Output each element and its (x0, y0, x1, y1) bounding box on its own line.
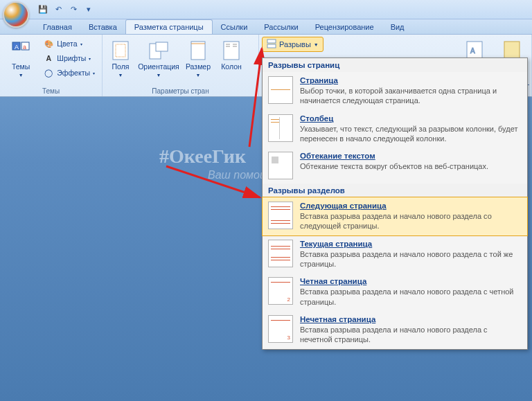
fonts-button[interactable]: AШрифты▾ (40, 51, 98, 65)
save-icon[interactable]: 💾 (37, 4, 48, 15)
orientation-button[interactable]: Ориентация ▼ (137, 37, 180, 94)
even-page-section-item[interactable]: 2 Четная страницаВставка разрыва раздела… (263, 273, 527, 311)
text-wrap-desc: Обтекание текста вокруг объектов на веб-… (300, 161, 522, 171)
effects-label: Эффекты (57, 69, 90, 77)
fonts-icon: A (43, 53, 54, 64)
continuous-title: Текущая страница (300, 240, 522, 248)
page-setup-group: Поля ▼ Ориентация ▼ Размер ▼ Колон Парам… (103, 35, 259, 96)
themes-group: Aa Темы ▼ 🎨Цвета▾ AШрифты▾ ◯Эффекты▾ Тем… (0, 35, 103, 96)
page-break-item[interactable]: СтраницаВыбор точки, в которой заканчива… (263, 72, 527, 110)
even-page-title: Четная страница (300, 277, 522, 285)
watermark-text: #ОкееГик (159, 145, 246, 168)
tab-view[interactable]: Вид (382, 20, 413, 34)
breaks-button[interactable]: Разрывы ▼ (262, 37, 323, 52)
svg-text:A: A (15, 44, 19, 51)
svg-rect-19 (267, 44, 276, 48)
page-setup-group-title: Параметры стран (103, 87, 258, 95)
svg-rect-8 (191, 42, 205, 60)
page-breaks-header: Разрывы страниц (263, 58, 527, 72)
colors-icon: 🎨 (43, 38, 54, 49)
margins-label: Поля (112, 63, 130, 71)
column-break-icon (268, 114, 293, 142)
odd-page-title: Нечетная страница (300, 315, 522, 323)
section-breaks-header: Разрывы разделов (263, 184, 527, 197)
column-break-desc: Указывает, что текст, следующий за разры… (300, 124, 522, 144)
page-break-desc: Выбор точки, в которой заканчивается одн… (300, 86, 522, 106)
undo-icon[interactable]: ↶ (53, 4, 64, 15)
ribbon-tabs: Главная Вставка Разметка страницы Ссылки… (0, 19, 532, 35)
tab-mailings[interactable]: Рассылки (256, 20, 306, 34)
effects-icon: ◯ (43, 67, 54, 78)
next-page-desc: Вставка разрыва раздела и начало нового … (300, 211, 522, 231)
odd-page-desc: Вставка разрыва раздела и начало нового … (300, 325, 522, 345)
tab-insert[interactable]: Вставка (80, 20, 125, 34)
svg-rect-18 (267, 39, 276, 43)
redo-icon[interactable]: ↷ (68, 4, 79, 15)
page-break-icon (268, 76, 293, 104)
margins-icon (109, 39, 132, 62)
next-page-section-item[interactable]: Следующая страницаВставка разрыва раздел… (262, 197, 528, 236)
margins-button[interactable]: Поля ▼ (107, 37, 134, 94)
colors-button[interactable]: 🎨Цвета▾ (40, 37, 98, 51)
qat-customize-icon[interactable]: ▾ (83, 4, 94, 15)
chevron-down-icon: ▾ (89, 56, 91, 61)
colors-label: Цвета (57, 39, 77, 48)
columns-icon (220, 39, 242, 62)
chevron-down-icon: ▾ (93, 71, 95, 75)
themes-group-title: Темы (0, 87, 102, 95)
next-page-icon (268, 202, 293, 229)
tab-references[interactable]: Ссылки (213, 20, 256, 34)
svg-text:A: A (470, 47, 475, 55)
themes-label: Темы (12, 63, 30, 71)
chevron-down-icon: ▼ (19, 73, 24, 78)
columns-button[interactable]: Колон (216, 37, 247, 94)
themes-button[interactable]: Aa Темы ▼ (4, 37, 37, 94)
effects-button[interactable]: ◯Эффекты▾ (40, 66, 98, 80)
text-wrap-title: Обтекание текстом (300, 152, 522, 160)
column-break-title: Столбец (300, 114, 522, 123)
size-label: Размер (186, 63, 211, 71)
breaks-icon (267, 39, 276, 50)
fonts-label: Шрифты (57, 54, 86, 62)
next-page-title: Следующая страница (300, 202, 522, 210)
quick-access-toolbar: 💾 ↶ ↷ ▾ (37, 4, 94, 15)
text-wrap-break-item[interactable]: Обтекание текстомОбтекание текста вокруг… (263, 148, 527, 184)
even-page-icon: 2 (268, 277, 293, 305)
breaks-dropdown: Разрывы страниц СтраницаВыбор точки, в к… (262, 57, 528, 350)
continuous-icon (268, 240, 293, 267)
svg-rect-7 (156, 42, 168, 51)
page-break-title: Страница (300, 76, 522, 84)
chevron-down-icon: ▼ (118, 73, 123, 78)
text-wrap-icon (268, 152, 293, 179)
size-button[interactable]: Размер ▼ (183, 37, 213, 94)
odd-page-section-item[interactable]: 3 Нечетная страницаВставка разрыва разде… (263, 311, 527, 349)
chevron-down-icon: ▾ (80, 42, 82, 46)
svg-text:a: a (23, 44, 26, 51)
chevron-down-icon: ▼ (157, 73, 161, 78)
tab-page-layout[interactable]: Разметка страницы (125, 19, 213, 34)
continuous-section-item[interactable]: Текущая страницаВставка разрыва раздела … (263, 235, 527, 274)
office-button[interactable] (3, 1, 29, 28)
size-icon (187, 39, 209, 62)
column-break-item[interactable]: СтолбецУказывает, что текст, следующий з… (263, 110, 527, 148)
tab-review[interactable]: Рецензирование (307, 20, 382, 34)
breaks-label: Разрывы (279, 40, 311, 48)
odd-page-icon: 3 (268, 315, 293, 343)
chevron-down-icon: ▼ (196, 73, 201, 78)
themes-icon: Aa (10, 39, 32, 62)
tab-home[interactable]: Главная (35, 20, 80, 34)
orientation-label: Ориентация (138, 63, 179, 71)
title-bar: 💾 ↶ ↷ ▾ (0, 0, 532, 19)
continuous-desc: Вставка разрыва раздела и начало нового … (300, 249, 522, 269)
chevron-down-icon: ▼ (314, 42, 319, 47)
even-page-desc: Вставка разрыва раздела и начало нового … (300, 287, 522, 307)
columns-label: Колон (221, 63, 242, 71)
orientation-icon (148, 39, 170, 62)
